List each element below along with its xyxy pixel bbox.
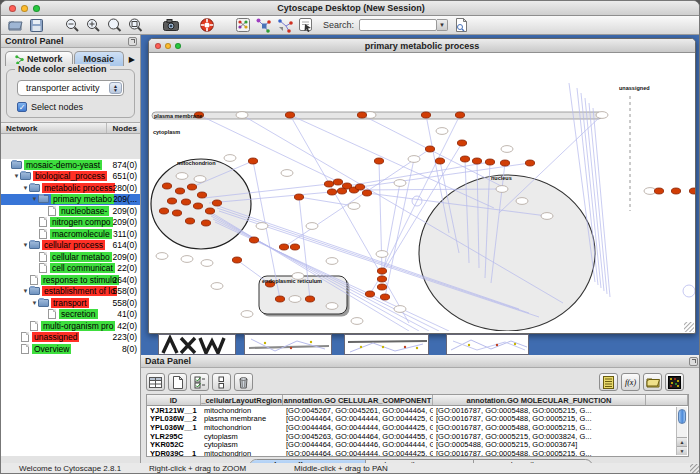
graph-node-outline[interactable]: [241, 311, 253, 318]
help-icon[interactable]: [199, 18, 215, 33]
tree-row[interactable]: secretion41(0): [1, 309, 140, 321]
import-network-icon[interactable]: [256, 18, 272, 33]
network-canvas[interactable]: plasma membranecytoplasmmitochondrionnuc…: [149, 53, 695, 331]
graph-node[interactable]: [324, 181, 333, 187]
tree-row[interactable]: nitrogen compo209(0): [1, 217, 140, 229]
more-tabs-icon[interactable]: ▶: [129, 55, 138, 66]
graph-node[interactable]: [377, 284, 386, 290]
graph-node[interactable]: [175, 188, 184, 194]
graph-node[interactable]: [377, 268, 386, 274]
window-resize-grip[interactable]: [684, 322, 694, 332]
graph-node[interactable]: [355, 184, 364, 190]
network-overview-icon[interactable]: [235, 18, 251, 33]
graph-node[interactable]: [290, 244, 299, 250]
graph-node[interactable]: [374, 158, 383, 164]
graph-node-outline[interactable]: [176, 173, 188, 180]
graph-node[interactable]: [294, 194, 303, 200]
zoom-in-icon[interactable]: [85, 18, 101, 33]
graph-node[interactable]: [162, 183, 171, 189]
graph-node-outline[interactable]: [181, 256, 193, 263]
table-row[interactable]: YDR039C__1mitochondrion[GO:0044464, GO:0…: [147, 449, 688, 457]
tree-row[interactable]: macromolecule311(0): [1, 228, 140, 240]
table-row[interactable]: YPL036W__2plasma membrane[GO:0044464, GO…: [147, 415, 688, 424]
graph-node[interactable]: [275, 296, 284, 302]
graph-node[interactable]: [500, 160, 509, 166]
graph-node[interactable]: [205, 208, 214, 214]
graph-node-outline[interactable]: [326, 258, 338, 265]
graph-node[interactable]: [248, 158, 257, 164]
background-window-fragment[interactable]: [344, 334, 429, 355]
tree-row[interactable]: unassigned223(0): [1, 332, 140, 344]
column-header[interactable]: annotation.GO MOLECULAR_FUNCTION: [433, 395, 646, 405]
table-row[interactable]: YJR121W__1mitochondrion[GO:0045267, GO:0…: [147, 406, 688, 415]
tree-row[interactable]: ▼primary metabo209(...: [1, 194, 140, 206]
column-header[interactable]: ID: [147, 395, 201, 405]
column-header[interactable]: annotation.GO CELLULAR_COMPONENT: [283, 395, 433, 405]
export-network-icon[interactable]: [277, 18, 293, 33]
snapshot-icon[interactable]: [163, 18, 179, 33]
plasma-membrane-region[interactable]: [152, 112, 602, 119]
graph-node-outline[interactable]: [348, 203, 360, 210]
table-row[interactable]: YLR295Ccytoplasm[GO:0045263, GO:0044464,…: [147, 432, 688, 441]
graph-node[interactable]: [421, 112, 430, 118]
search-input[interactable]: [359, 19, 437, 31]
graph-node-outline[interactable]: [256, 223, 268, 230]
zoom-window-icon[interactable]: [33, 5, 40, 12]
graph-node[interactable]: [212, 200, 221, 206]
column-header[interactable]: _cellularLayoutRegion: [201, 395, 283, 405]
close-icon[interactable]: [9, 5, 16, 12]
graph-node-outline[interactable]: [394, 306, 406, 313]
graph-node[interactable]: [485, 159, 494, 165]
graph-node[interactable]: [181, 199, 190, 205]
graph-node[interactable]: [654, 188, 663, 194]
search-dropdown-icon[interactable]: ▼: [437, 19, 448, 31]
graph-node[interactable]: [201, 220, 210, 226]
tree-row[interactable]: Overview8(0): [1, 343, 140, 355]
advanced-search-icon[interactable]: [453, 18, 469, 33]
save-session-icon[interactable]: [28, 18, 44, 33]
float-panel-icon[interactable]: [689, 357, 698, 366]
graph-node[interactable]: [457, 140, 466, 146]
graph-node[interactable]: [689, 188, 695, 194]
background-window-fragment[interactable]: [244, 334, 332, 355]
scrollbar-thumb[interactable]: [678, 409, 686, 424]
attribute-table-icon[interactable]: [146, 373, 165, 391]
app-titlebar[interactable]: Cytoscape Desktop (New Session): [1, 1, 700, 16]
delete-attribute-icon[interactable]: [234, 373, 253, 391]
table-row[interactable]: YPL036W__1mitochondrion[GO:0044464, GO:0…: [147, 423, 688, 432]
network-view-window[interactable]: primary metabolic process plasma membran…: [148, 38, 696, 334]
import-attributes-icon[interactable]: [643, 373, 662, 391]
disclosure-triangle-icon[interactable]: ▼: [31, 196, 38, 202]
disclosure-triangle-icon[interactable]: ▼: [13, 173, 20, 179]
graph-node[interactable]: [425, 146, 434, 152]
graph-node-outline[interactable]: [596, 112, 608, 119]
graph-node-outline[interactable]: [501, 146, 513, 153]
network-window-titlebar[interactable]: primary metabolic process: [149, 39, 695, 53]
graph-node-outline[interactable]: [156, 253, 168, 260]
unselect-attributes-icon[interactable]: [212, 373, 231, 391]
graph-node-outline[interactable]: [281, 170, 293, 177]
disclosure-triangle-icon[interactable]: ▼: [22, 288, 29, 294]
table-scrollbar[interactable]: ▲ ▼: [676, 407, 687, 455]
tree-row[interactable]: ▼biological_process651(0): [1, 171, 140, 183]
close-icon[interactable]: [155, 43, 161, 49]
graph-node-outline[interactable]: [541, 213, 553, 220]
graph-node[interactable]: [337, 188, 346, 194]
graph-node-outline[interactable]: [224, 155, 236, 162]
graph-node[interactable]: [377, 276, 386, 282]
graph-node[interactable]: [185, 218, 194, 224]
scroll-up-icon[interactable]: ▲: [677, 437, 687, 446]
table-row[interactable]: YKR052Ccytoplasm[GO:0044464, GO:0044446,…: [147, 440, 688, 449]
graph-node-outline[interactable]: [201, 260, 213, 267]
graph-node[interactable]: [249, 237, 258, 243]
graph-node[interactable]: [333, 179, 342, 185]
disclosure-triangle-icon[interactable]: ▼: [22, 242, 29, 248]
zoom-window-icon[interactable]: [175, 43, 181, 49]
graph-node[interactable]: [172, 210, 181, 216]
minimize-icon[interactable]: [21, 5, 28, 12]
tree-row[interactable]: ▼transport558(0): [1, 297, 140, 309]
graph-node[interactable]: [327, 189, 336, 195]
background-window-fragment[interactable]: [158, 334, 236, 355]
graph-node-outline[interactable]: [436, 128, 448, 135]
tree-row[interactable]: ▼cellular process614(0): [1, 240, 140, 252]
